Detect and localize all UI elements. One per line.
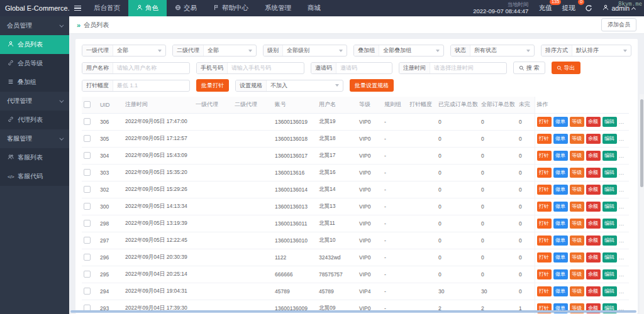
phone-field[interactable]: 手机号码 请输入手机号码 [196,62,304,74]
row-action-inject-button[interactable]: 打针 [537,168,552,178]
row-action-inject-button[interactable]: 打针 [537,219,552,229]
row-checkbox[interactable] [84,152,91,159]
row-action-edit-button[interactable]: 编辑 [602,168,617,178]
row-checkbox[interactable] [84,135,91,142]
row-checkbox[interactable] [84,186,91,193]
row-action-order-button[interactable]: 做单 [553,236,568,246]
nav-item-help-center[interactable]: 帮助中心 [205,0,257,16]
row-checkbox[interactable] [84,118,91,125]
filter-status-select[interactable]: 状态 所有状态 [450,45,535,57]
row-action-balance-button[interactable]: 余额 [586,202,601,212]
row-action-edit-button[interactable]: 编辑 [602,286,617,296]
row-action-order-button[interactable]: 做单 [553,202,568,212]
row-action-balance-button[interactable]: 余额 [586,219,601,229]
row-action-inject-button[interactable]: 打针 [537,202,552,212]
row-action-level-button[interactable]: 等级 [570,252,584,263]
add-member-button[interactable]: 添加会员 [601,18,636,31]
nav-item-roles[interactable]: 角色 [128,0,167,16]
row-action-order-button[interactable]: 做单 [553,219,568,229]
horizontal-scrollbar-thumb[interactable] [70,310,636,313]
row-action-order-button[interactable]: 做单 [553,286,568,296]
row-action-edit-button[interactable]: 编辑 [602,202,617,212]
vertical-scrollbar[interactable] [640,94,644,314]
row-checkbox[interactable] [84,220,91,227]
row-action-order-button[interactable]: 做单 [553,117,568,127]
row-action-balance-button[interactable]: 余额 [586,168,601,178]
filter-agent2-select[interactable]: 二级代理 全部 [172,45,257,57]
row-action-edit-button[interactable]: 编辑 [602,236,617,246]
app-logo[interactable]: Global E-Commerce... [0,4,69,12]
row-action-inject-button[interactable]: 打针 [537,286,552,296]
row-checkbox[interactable] [84,288,91,295]
row-action-level-button[interactable]: 等级 [570,269,584,279]
row-checkbox[interactable] [84,237,91,244]
row-checkbox[interactable] [84,203,91,210]
row-action-balance-button[interactable]: 余额 [586,252,601,263]
search-button[interactable]: 搜 索 [513,62,545,74]
row-action-edit-button[interactable]: 编辑 [602,219,617,229]
row-action-balance-button[interactable]: 余额 [586,151,601,161]
sidebar-item-support-list[interactable]: 客服列表 [0,148,69,167]
row-action-order-button[interactable]: 做单 [553,252,568,263]
filter-agent1-select[interactable]: 一级代理 全部 [82,45,166,57]
sidebar-item-agent-list[interactable]: 代理列表 [0,111,69,129]
rule-select[interactable]: 设置规格 不加入 [235,80,343,92]
row-action-inject-button[interactable]: 打针 [537,185,552,195]
sidebar-group-members[interactable]: 会员管理 [0,16,69,35]
row-action-inject-button[interactable]: 打针 [537,269,552,279]
row-action-balance-button[interactable]: 余额 [586,286,601,296]
row-action-level-button[interactable]: 等级 [570,117,584,127]
row-action-balance-button[interactable]: 余额 [586,117,601,127]
row-action-edit-button[interactable]: 编辑 [602,117,617,127]
row-checkbox[interactable] [84,271,91,278]
sidebar-group-support[interactable]: 客服管理 [0,129,69,148]
row-action-edit-button[interactable]: 编辑 [602,151,617,161]
row-action-edit-button[interactable]: 编辑 [602,134,617,144]
select-all-checkbox[interactable] [84,101,91,108]
row-checkbox[interactable] [84,254,91,261]
batch-inject-button[interactable]: 批量打针 [196,79,229,92]
inject-range-field[interactable]: 打针幅度 最低 1.1 [82,80,190,92]
nav-item-dashboard[interactable]: 后台首页 [86,0,128,16]
filter-level-select[interactable]: 级别 全部级别 [263,45,347,57]
nav-item-trade[interactable]: 交易 [167,0,205,16]
row-action-level-button[interactable]: 等级 [570,151,584,161]
row-action-inject-button[interactable]: 打针 [537,236,552,246]
nav-item-system[interactable]: 系统管理 [257,0,299,16]
row-action-edit-button[interactable]: 编辑 [602,269,617,279]
withdraw-link[interactable]: 提现 0 [562,4,575,13]
row-action-order-button[interactable]: 做单 [553,151,568,161]
username-field[interactable]: 用户名称 请输入用户名称 [82,62,190,74]
row-action-inject-button[interactable]: 打针 [537,117,552,127]
row-action-level-button[interactable]: 等级 [570,185,584,195]
row-action-balance-button[interactable]: 余额 [586,236,601,246]
row-action-edit-button[interactable]: 编辑 [602,252,617,263]
row-action-level-button[interactable]: 等级 [570,202,584,212]
row-action-inject-button[interactable]: 打针 [537,151,552,161]
row-action-order-button[interactable]: 做单 [553,168,568,178]
row-action-balance-button[interactable]: 余额 [586,269,601,279]
row-action-edit-button[interactable]: 编辑 [602,185,617,195]
row-action-level-button[interactable]: 等级 [570,286,584,296]
row-action-inject-button[interactable]: 打针 [537,134,552,144]
batch-set-rule-button[interactable]: 批量设置规格 [350,79,394,92]
row-action-balance-button[interactable]: 余额 [586,185,601,195]
row-action-level-button[interactable]: 等级 [570,168,584,178]
export-button[interactable]: 导出 [552,62,580,74]
row-action-level-button[interactable]: 等级 [570,134,584,144]
sidebar-group-agents[interactable]: 代理管理 [0,92,69,111]
row-action-level-button[interactable]: 等级 [570,219,584,229]
invite-code-field[interactable]: 邀请码 邀请码 [311,62,392,74]
row-action-order-button[interactable]: 做单 [553,185,568,195]
sidebar-item-stack-group[interactable]: 叠加组 [0,73,69,92]
refresh-icon[interactable] [585,4,592,12]
recharge-link[interactable]: 充值 135 [538,4,552,13]
row-action-inject-button[interactable]: 打针 [537,252,552,263]
filter-sort-select[interactable]: 排序方式 默认排序 [541,45,631,57]
row-action-level-button[interactable]: 等级 [570,236,584,246]
row-checkbox[interactable] [84,169,91,176]
sidebar-item-member-level[interactable]: 会员等级 [0,54,69,73]
sidebar-item-member-list[interactable]: 会员列表 [0,35,69,54]
row-action-balance-button[interactable]: 余额 [586,134,601,144]
row-action-order-button[interactable]: 做单 [553,269,568,279]
